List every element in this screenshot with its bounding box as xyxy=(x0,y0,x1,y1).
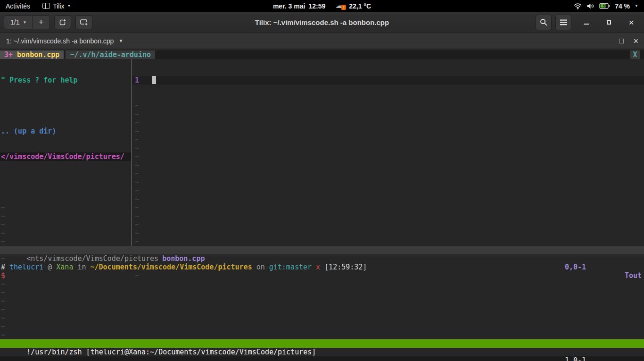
add-terminal-right-button[interactable] xyxy=(54,15,71,29)
gnome-top-bar: Activités Tilix ▼ mer. 3 mai 12:59 ☁ ! 2… xyxy=(0,0,644,12)
minimize-icon xyxy=(584,24,589,25)
clock-date: mer. 3 mai xyxy=(273,2,305,10)
prompt-git-dirty-flag: x xyxy=(316,263,320,271)
tilix-app-icon xyxy=(42,3,50,9)
app-menu-label: Tilix xyxy=(53,2,64,10)
terminal-buffer-statusline: !/usr/bin/zsh [thelucri@Xana:~/Documents… xyxy=(0,339,644,348)
battery-icon xyxy=(599,3,610,9)
prompt-at: @ xyxy=(48,263,52,271)
blank-line xyxy=(1,101,131,110)
app-menu-button[interactable]: Tilix ▼ xyxy=(42,0,71,12)
tilde-line: ~ xyxy=(135,169,644,178)
prompt-git-branch: git:master xyxy=(269,263,312,271)
weather-alert-badge: ! xyxy=(341,5,346,10)
maximize-icon xyxy=(607,20,611,25)
main-menu-button[interactable] xyxy=(555,15,571,30)
tilde-line: ~ xyxy=(1,203,131,212)
tilde-line: ~ xyxy=(135,195,644,203)
prompt-on: on xyxy=(256,263,265,271)
close-window-button[interactable]: × xyxy=(624,15,638,29)
shell-prompt-line: #thelucri@Xanain~/Documents/vimscode/Vim… xyxy=(0,263,644,271)
tilde-line: ~ xyxy=(135,135,644,144)
tab-modified-count: 3+ xyxy=(4,50,13,59)
new-session-button[interactable]: + xyxy=(33,16,49,29)
tilde-line: ~ xyxy=(1,229,131,237)
tilde-line: ~ xyxy=(135,237,644,246)
tab-close-button[interactable]: X xyxy=(630,50,640,59)
hamburger-menu-icon xyxy=(560,19,567,25)
add-terminal-right-icon xyxy=(58,18,66,26)
desktop: Activités Tilix ▼ mer. 3 mai 12:59 ☁ ! 2… xyxy=(0,0,644,361)
prompt-hostname: Xana xyxy=(56,263,73,271)
session-counter-label: 1/1 xyxy=(10,18,19,26)
tab-filename: bonbon.cpp xyxy=(17,50,59,59)
tabline-spacer xyxy=(155,50,630,59)
tilde-line: ~ xyxy=(135,152,644,161)
wifi-icon xyxy=(574,3,582,9)
clock-weather-button[interactable]: mer. 3 mai 12:59 ☁ ! 22,1 °C xyxy=(273,2,371,10)
tilde-line: ~ xyxy=(1,237,131,246)
prompt-in: in xyxy=(77,263,86,271)
tab-aide-arduino[interactable]: ~/.v/h/aide-arduino xyxy=(66,50,155,59)
statusline-ruler: 0,0-1 xyxy=(565,263,586,271)
weather-cloud-icon: ☁ ! xyxy=(335,2,346,10)
tilde-line: ~ xyxy=(135,161,644,169)
tilde-line: ~ xyxy=(135,229,644,237)
tab-bonbon-cpp[interactable]: 3+ bonbon.cpp xyxy=(0,50,64,59)
tilde-line: ~ xyxy=(135,144,644,152)
tilde-line: ~ xyxy=(135,220,644,229)
shell-prompt-symbol-line: $ xyxy=(0,271,644,280)
tilde-line: ~ xyxy=(135,203,644,212)
nerdtree-help-line: " Press ? for help xyxy=(1,76,131,84)
add-terminal-down-button[interactable] xyxy=(75,15,92,29)
system-menu-button[interactable]: 74 % ▼ xyxy=(574,2,644,10)
session-counter-button[interactable]: 1/1 ▼ xyxy=(4,16,32,29)
terminal-title-label: 1: ~/.vim/vimscode.sh -a bonbon.cpp xyxy=(6,37,114,45)
text-cursor xyxy=(152,76,156,84)
nerdtree-up-dir-item[interactable]: .. (up a dir) xyxy=(1,127,131,135)
clock-time: 12:59 xyxy=(308,2,325,10)
session-switcher-group: 1/1 ▼ + xyxy=(4,15,50,29)
terminal-statusline-ruler: 1,0-1 xyxy=(565,356,586,361)
search-button[interactable] xyxy=(536,15,552,30)
vim-statusline: <nts/vimscode/VimsCode/picturesbonbon.cp… xyxy=(0,246,644,254)
chevron-down-icon: ▼ xyxy=(23,20,26,25)
statusline-path: <nts/vimscode/VimsCode/pictures xyxy=(26,254,158,263)
maximize-terminal-icon[interactable] xyxy=(619,39,624,43)
terminal-empty-area xyxy=(0,280,644,339)
activities-button[interactable]: Activités xyxy=(6,0,30,12)
vim-split: " Press ? for help .. (up a dir) </vimsc… xyxy=(0,59,644,246)
editor-line-1: 1 xyxy=(132,76,644,84)
nerdtree-pane[interactable]: " Press ? for help .. (up a dir) </vimsc… xyxy=(0,59,132,246)
prompt-timestamp: [12:59:32] xyxy=(324,263,367,271)
vim-tabline: 3+ bonbon.cpp ~/.v/h/aide-arduino X xyxy=(0,50,644,59)
minimize-button[interactable] xyxy=(579,15,593,29)
close-terminal-icon[interactable]: × xyxy=(633,37,638,45)
close-icon: × xyxy=(628,18,634,27)
terminal-title-bar: 1: ~/.vim/vimscode.sh -a bonbon.cpp ▼ × xyxy=(0,33,644,49)
tilde-line: ~ xyxy=(135,127,644,135)
nerdtree-root-item[interactable]: </vimscode/VimsCode/pictures/ xyxy=(0,152,131,161)
tilde-line: ~ xyxy=(135,118,644,127)
tilde-line: ~ xyxy=(135,186,644,195)
tilde-line: ~ xyxy=(1,212,131,220)
tilde-line: ~ xyxy=(135,110,644,118)
terminal-statusline-text: !/usr/bin/zsh [thelucri@Xana:~/Documents… xyxy=(26,348,316,356)
tilix-header-bar: 1/1 ▼ + xyxy=(0,12,644,33)
tilde-line: ~ xyxy=(1,220,131,229)
battery-percent-label: 74 % xyxy=(615,2,630,10)
prompt-path: ~/Documents/vimscode/VimsCode/pictures xyxy=(91,263,252,271)
maximize-button[interactable] xyxy=(602,15,616,29)
statusline-scroll-position: Tout xyxy=(625,271,642,280)
statusline-filename: bonbon.cpp xyxy=(162,254,205,263)
terminal-screen[interactable]: 3+ bonbon.cpp ~/.v/h/aide-arduino X " Pr… xyxy=(0,49,644,361)
temperature-label: 22,1 °C xyxy=(349,2,371,10)
window-title: Tilix: ~/.vim/vimscode.sh -a bonbon.cpp xyxy=(255,18,389,26)
terminal-title-dropdown[interactable]: 1: ~/.vim/vimscode.sh -a bonbon.cpp ▼ xyxy=(0,37,123,45)
tilde-line: ~ xyxy=(135,212,644,220)
blank-line xyxy=(1,178,131,186)
search-icon xyxy=(540,18,547,26)
editor-pane[interactable]: 1 ~~~~~~~~~~~~~~~~~~~~~ xyxy=(132,59,644,246)
tilde-line: ~ xyxy=(135,178,644,186)
chevron-down-icon: ▼ xyxy=(118,38,123,43)
